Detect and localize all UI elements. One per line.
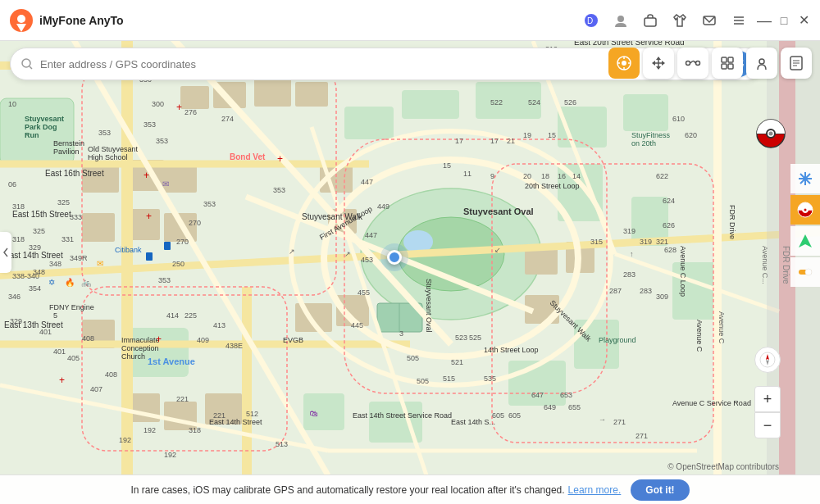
svg-text:15: 15 [443, 161, 451, 170]
svg-point-278 [769, 132, 773, 136]
svg-text:333: 333 [70, 213, 82, 221]
svg-text:624: 624 [663, 197, 675, 205]
pokeball-icon[interactable] [756, 119, 786, 148]
svg-text:192: 192 [119, 436, 131, 444]
svg-text:453: 453 [361, 256, 373, 264]
svg-text:East 14th S...: East 14th S... [451, 418, 495, 426]
multi-stop-button[interactable] [712, 48, 743, 79]
teleport-mode-button[interactable] [608, 48, 640, 79]
svg-text:↑: ↑ [630, 250, 634, 258]
svg-rect-20 [254, 78, 291, 107]
jump-teleport-button[interactable] [746, 48, 777, 79]
user-button[interactable] [608, 8, 633, 33]
menu-button[interactable] [727, 8, 751, 33]
svg-text:+: + [144, 170, 149, 181]
maximize-button[interactable]: □ [777, 14, 790, 27]
move-mode-button[interactable] [643, 48, 674, 79]
svg-text:505: 505 [407, 354, 419, 362]
app-logo [10, 9, 33, 32]
svg-point-264 [686, 61, 690, 66]
svg-text:Avenue C Loop: Avenue C Loop [679, 246, 687, 297]
svg-text:10: 10 [8, 100, 16, 108]
svg-text:+: + [59, 375, 65, 386]
svg-text:653: 653 [560, 391, 572, 399]
location-marker [387, 250, 407, 270]
svg-text:✡: ✡ [48, 278, 55, 287]
svg-text:353: 353 [144, 120, 156, 129]
svg-text:309: 309 [656, 293, 668, 301]
learn-more-link[interactable]: Learn more. [568, 484, 622, 496]
svg-rect-244 [645, 18, 656, 26]
svg-marker-263 [662, 61, 665, 66]
svg-text:D: D [587, 16, 593, 25]
svg-text:271: 271 [613, 418, 626, 426]
svg-rect-5 [344, 107, 394, 139]
discord-button[interactable]: D [579, 8, 604, 33]
svg-text:315: 315 [590, 238, 603, 246]
svg-text:515: 515 [443, 375, 455, 383]
briefcase-button[interactable] [638, 8, 663, 33]
svg-text:225: 225 [184, 311, 197, 320]
toolbar-row [608, 48, 812, 79]
svg-rect-218 [164, 242, 171, 250]
svg-text:14: 14 [572, 172, 581, 180]
svg-text:15: 15 [548, 131, 556, 139]
svg-text:🚲: 🚲 [81, 277, 92, 288]
navigate-button[interactable] [790, 226, 820, 256]
svg-text:525: 525 [469, 334, 481, 342]
svg-text:283: 283 [623, 270, 636, 279]
minimize-button[interactable]: — [758, 14, 771, 27]
svg-text:17: 17 [455, 137, 463, 145]
svg-text:287: 287 [609, 287, 622, 295]
svg-text:FDNY Engine: FDNY Engine [49, 303, 94, 311]
toggle-mode-button[interactable] [790, 257, 820, 287]
svg-text:19: 19 [523, 131, 531, 139]
svg-text:192: 192 [144, 426, 156, 434]
svg-rect-268 [728, 57, 733, 62]
left-collapse-tab[interactable] [0, 232, 11, 273]
svg-text:354: 354 [29, 284, 41, 293]
right-side-panel [790, 164, 820, 287]
svg-text:+: + [176, 102, 182, 113]
svg-text:06: 06 [8, 180, 16, 188]
freeze-button[interactable] [790, 164, 820, 193]
route-mode-button[interactable] [677, 48, 708, 79]
svg-text:407: 407 [90, 385, 102, 393]
history-button[interactable] [781, 48, 812, 79]
svg-text:535: 535 [484, 375, 496, 383]
svg-text:Avenue C: Avenue C [718, 311, 726, 344]
svg-text:↙: ↙ [494, 246, 501, 254]
svg-marker-286 [799, 234, 812, 247]
mail-button[interactable] [697, 8, 722, 33]
svg-text:620: 620 [685, 131, 697, 139]
svg-text:Stuyvesant Walk: Stuyvesant Walk [302, 212, 363, 221]
svg-text:319: 319 [640, 238, 652, 246]
svg-text:401: 401 [39, 328, 52, 336]
svg-text:414: 414 [166, 311, 179, 320]
svg-text:622: 622 [656, 172, 668, 180]
svg-text:20: 20 [523, 172, 531, 180]
pokemon-button[interactable] [790, 195, 820, 225]
close-button[interactable]: ✕ [797, 14, 810, 27]
svg-text:14th Street Loop: 14th Street Loop [484, 346, 539, 354]
tshirt-button[interactable] [667, 8, 692, 33]
svg-rect-46 [242, 287, 252, 475]
compass-button[interactable] [754, 347, 781, 373]
svg-point-243 [617, 16, 624, 22]
svg-text:610: 610 [672, 115, 685, 123]
map-attribution: © OpenStreetMap contributors [667, 462, 779, 471]
got-it-button[interactable]: Got it! [631, 479, 689, 501]
svg-rect-24 [164, 164, 197, 193]
svg-rect-219 [146, 252, 153, 261]
zoom-out-button[interactable]: − [754, 412, 781, 438]
svg-text:270: 270 [189, 219, 201, 227]
zoom-in-button[interactable]: + [754, 386, 781, 412]
svg-text:Avenue C: Avenue C [695, 320, 704, 352]
svg-text:🔥: 🔥 [65, 277, 75, 288]
svg-text:9: 9 [490, 172, 494, 180]
svg-text:17: 17 [490, 137, 499, 145]
svg-text:445: 445 [351, 321, 363, 329]
svg-point-288 [805, 269, 812, 275]
svg-text:349R: 349R [70, 254, 88, 262]
svg-text:Old Stuyvesant: Old Stuyvesant [88, 145, 139, 153]
